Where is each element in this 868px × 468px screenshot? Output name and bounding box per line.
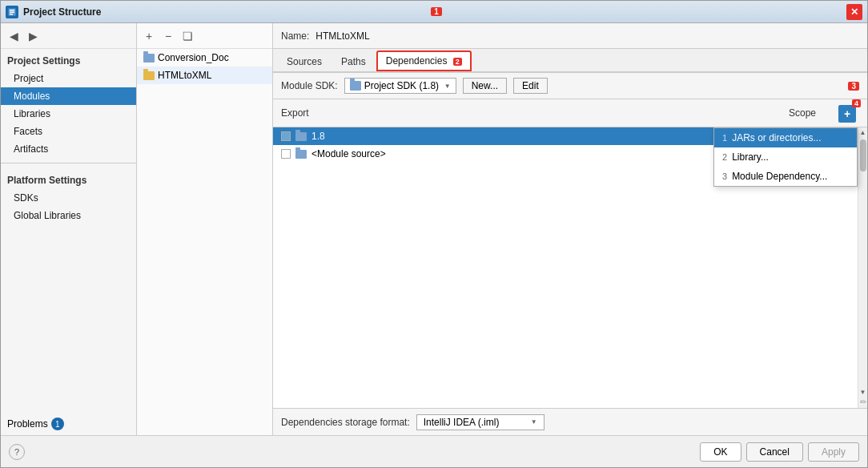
back-button[interactable]: ◀: [6, 28, 22, 44]
dropdown-menu: 1 JARs or directories... 2 Library... 3 …: [713, 127, 858, 187]
sidebar: ◀ ▶ Project Settings Project Modules Lib…: [1, 23, 137, 435]
dropdown-label-2: Library...: [732, 151, 769, 163]
dropdown-item-module-dep[interactable]: 3 Module Dependency...: [714, 167, 857, 186]
window-title: Project Structure: [23, 6, 428, 18]
problems-label: Problems: [7, 418, 48, 430]
sidebar-item-global-libraries[interactable]: Global Libraries: [1, 207, 136, 224]
dep-badge: 4: [852, 99, 861, 107]
sidebar-item-project[interactable]: Project: [1, 70, 136, 87]
edit-icon[interactable]: ✏: [860, 397, 866, 406]
svg-rect-1: [10, 10, 14, 11]
footer-right: OK Cancel Apply: [700, 442, 859, 462]
help-button[interactable]: ?: [9, 444, 25, 460]
new-sdk-button[interactable]: New...: [463, 78, 507, 94]
app-icon: [6, 6, 18, 18]
module-name-active: HTMLtoXML: [158, 70, 211, 81]
dep-folder-icon-2: [295, 150, 307, 159]
storage-dropdown[interactable]: IntelliJ IDEA (.iml) ▼: [416, 414, 545, 430]
platform-settings-title: Platform Settings: [1, 168, 136, 189]
storage-value: IntelliJ IDEA (.iml): [424, 417, 500, 428]
title-bar: Project Structure 1 ✕: [1, 1, 867, 23]
tab-dependencies[interactable]: Dependencies 2: [376, 50, 472, 71]
name-bar: Name: HTMLtoXML: [273, 23, 867, 49]
sdk-bar: Module SDK: Project SDK (1.8) ▼ New... E…: [273, 73, 867, 99]
sidebar-item-artifacts[interactable]: Artifacts: [1, 140, 136, 158]
dropdown-item-jars[interactable]: 1 JARs or directories...: [714, 128, 857, 147]
dropdown-num-2: 2: [722, 152, 727, 162]
tab-paths[interactable]: Paths: [332, 52, 375, 71]
footer-left: ?: [9, 444, 25, 460]
sdk-label: Module SDK:: [281, 80, 338, 91]
problems-item[interactable]: Problems 1: [1, 413, 136, 435]
scrollbar-vertical[interactable]: ▲ ▼ ✏: [858, 127, 867, 408]
dep-table-header: Export Scope + 4: [273, 99, 867, 127]
export-label: Export: [281, 107, 789, 119]
scope-badge: 3: [848, 82, 859, 91]
dep-checkbox-1[interactable]: [281, 131, 291, 141]
project-settings-title: Project Settings: [1, 49, 136, 70]
ok-button[interactable]: OK: [700, 442, 741, 462]
folder-icon-active: [143, 71, 155, 80]
main-window: Project Structure 1 ✕ ◀ ▶ Project Settin…: [0, 0, 868, 468]
sidebar-divider: [1, 163, 136, 163]
name-label: Name:: [281, 30, 309, 42]
dropdown-item-library[interactable]: 2 Library...: [714, 147, 857, 167]
svg-rect-3: [10, 14, 13, 15]
dep-name-2: <Module source>: [311, 148, 386, 159]
dep-folder-icon-1: [295, 132, 307, 141]
storage-bar: Dependencies storage format: IntelliJ ID…: [273, 408, 867, 435]
sidebar-item-libraries[interactable]: Libraries: [1, 105, 136, 123]
copy-module-button[interactable]: ❏: [179, 27, 196, 45]
folder-icon: [143, 54, 155, 63]
tab-sources[interactable]: Sources: [278, 52, 331, 71]
svg-rect-2: [10, 11, 14, 13]
sdk-value: Project SDK (1.8): [364, 80, 439, 91]
edit-sdk-button[interactable]: Edit: [513, 78, 548, 94]
sidebar-item-sdks[interactable]: SDKs: [1, 189, 136, 207]
add-module-button[interactable]: +: [140, 27, 158, 45]
apply-button[interactable]: Apply: [808, 442, 859, 462]
title-badge: 1: [431, 7, 442, 16]
dep-checkbox-2[interactable]: [281, 149, 291, 159]
sidebar-item-modules[interactable]: Modules: [1, 87, 136, 105]
scroll-up-arrow[interactable]: ▲: [860, 129, 866, 136]
storage-chevron-icon: ▼: [531, 418, 537, 426]
name-value: HTMLtoXML: [315, 30, 369, 42]
dropdown-num-1: 1: [722, 133, 727, 143]
add-dependency-button[interactable]: +: [838, 105, 856, 123]
sidebar-item-facets[interactable]: Facets: [1, 123, 136, 140]
module-list: + − ❏ Conversion_Doc HTMLtoXML: [137, 23, 273, 435]
sidebar-nav: ◀ ▶: [1, 23, 136, 49]
scope-label: Scope: [789, 107, 816, 119]
close-button[interactable]: ✕: [846, 4, 862, 20]
problems-badge: 1: [51, 418, 64, 430]
scroll-down-arrow[interactable]: ▼: [860, 389, 866, 396]
sdk-folder-icon: [350, 81, 361, 91]
forward-button[interactable]: ▶: [25, 28, 41, 44]
sdk-dropdown[interactable]: Project SDK (1.8) ▼: [344, 78, 456, 94]
dropdown-label-3: Module Dependency...: [732, 171, 827, 182]
module-toolbar: + − ❏: [137, 23, 272, 49]
module-item-conversion-doc[interactable]: Conversion_Doc: [137, 49, 272, 67]
inner-layout: + − ❏ Conversion_Doc HTMLtoXML Name:: [137, 23, 867, 435]
footer: ? OK Cancel Apply: [1, 435, 867, 467]
tabs-bar: Sources Paths Dependencies 2: [273, 49, 867, 73]
dropdown-num-3: 3: [722, 171, 727, 181]
content-right: Name: HTMLtoXML Sources Paths Dependenci…: [273, 23, 867, 435]
module-item-htmltoxml[interactable]: HTMLtoXML: [137, 67, 272, 84]
dropdown-label-1: JARs or directories...: [732, 132, 821, 143]
tab-dependencies-badge: 2: [453, 58, 462, 66]
sdk-chevron-icon: ▼: [444, 83, 451, 90]
module-name: Conversion_Doc: [158, 52, 229, 63]
cancel-button[interactable]: Cancel: [746, 442, 803, 462]
dep-area: Export Scope + 4: [273, 99, 867, 435]
storage-label: Dependencies storage format:: [281, 417, 410, 428]
scroll-thumb[interactable]: [860, 139, 866, 171]
dep-name-1: 1.8: [311, 131, 325, 142]
remove-module-button[interactable]: −: [159, 27, 177, 45]
main-layout: ◀ ▶ Project Settings Project Modules Lib…: [1, 23, 867, 435]
